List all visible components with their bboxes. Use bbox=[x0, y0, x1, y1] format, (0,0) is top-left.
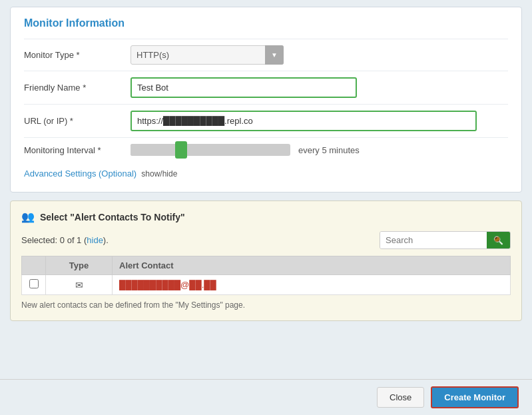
row-contact-cell: ██████████@██.██ bbox=[113, 275, 511, 295]
monitoring-interval-row: Monitoring Interval * every 5 minutes bbox=[24, 137, 508, 162]
email-icon: ✉ bbox=[75, 280, 83, 290]
monitor-type-label: Monitor Type * bbox=[24, 50, 131, 60]
monitor-type-select[interactable]: HTTP(s) HTTPS Ping Port Keyword bbox=[131, 45, 284, 65]
people-icon: 👥 bbox=[21, 210, 35, 223]
search-box bbox=[380, 231, 511, 249]
friendly-name-input[interactable] bbox=[131, 77, 357, 98]
col-header-checkbox bbox=[22, 256, 46, 275]
table-row: ✉ ██████████@██.██ bbox=[22, 275, 511, 295]
url-row: URL (or IP) * bbox=[24, 104, 508, 137]
note-text: New alert contacts can be defined from t… bbox=[21, 300, 511, 310]
alert-card-header: 👥 Select "Alert Contacts To Notify" bbox=[21, 210, 511, 223]
row-type-cell: ✉ bbox=[46, 275, 113, 295]
contacts-table-body: ✉ ██████████@██.██ bbox=[22, 275, 511, 295]
monitor-info-card: Monitor Information Monitor Type * HTTP(… bbox=[10, 7, 522, 193]
interval-label: every 5 minutes bbox=[298, 145, 360, 155]
contacts-table-header-row: Type Alert Contact bbox=[22, 256, 511, 275]
selected-info: Selected: 0 of 1 (hide). bbox=[21, 235, 109, 245]
friendly-name-label: Friendly Name * bbox=[24, 83, 131, 93]
alert-contacts-card: 👥 Select "Alert Contacts To Notify" Sele… bbox=[10, 201, 522, 321]
contacts-table-head: Type Alert Contact bbox=[22, 256, 511, 275]
slider-container: every 5 minutes bbox=[131, 144, 508, 156]
contacts-table: Type Alert Contact ✉ ██████████@██.██ bbox=[21, 256, 511, 295]
row-checkbox-cell bbox=[22, 275, 46, 295]
url-label: URL (or IP) * bbox=[24, 116, 131, 126]
alert-controls: Selected: 0 of 1 (hide). bbox=[21, 231, 511, 249]
advanced-settings-row: Advanced Settings (Optional) show/hide bbox=[24, 169, 508, 179]
hide-link[interactable]: hide bbox=[87, 235, 103, 245]
monitor-info-title: Monitor Information bbox=[24, 17, 508, 29]
search-button[interactable] bbox=[487, 232, 510, 248]
url-input[interactable] bbox=[131, 111, 477, 131]
alert-card-title: Select "Alert Contacts To Notify" bbox=[40, 212, 185, 222]
search-input[interactable] bbox=[380, 232, 487, 248]
url-control bbox=[131, 111, 508, 131]
contact-checkbox[interactable] bbox=[29, 279, 39, 288]
advanced-settings-link[interactable]: Advanced Settings (Optional) bbox=[24, 169, 136, 179]
contact-name: ██████████@██.██ bbox=[119, 280, 216, 290]
slider-thumb[interactable] bbox=[175, 141, 187, 159]
monitor-type-row: Monitor Type * HTTP(s) HTTPS Ping Port K… bbox=[24, 39, 508, 71]
monitor-type-select-wrapper[interactable]: HTTP(s) HTTPS Ping Port Keyword bbox=[131, 45, 284, 65]
col-header-type: Type bbox=[46, 256, 113, 275]
slider-fill bbox=[131, 144, 178, 156]
monitoring-interval-label: Monitoring Interval * bbox=[24, 145, 131, 155]
monitoring-interval-control: every 5 minutes bbox=[131, 144, 508, 156]
col-header-alert-contact: Alert Contact bbox=[113, 256, 511, 275]
slider-track[interactable] bbox=[131, 144, 290, 156]
advanced-settings-toggle[interactable]: show/hide bbox=[141, 169, 177, 179]
monitor-type-control: HTTP(s) HTTPS Ping Port Keyword bbox=[131, 45, 508, 65]
footer: Close Create Monitor bbox=[0, 379, 532, 415]
create-monitor-button[interactable]: Create Monitor bbox=[431, 386, 519, 408]
friendly-name-control bbox=[131, 77, 508, 98]
friendly-name-row: Friendly Name * bbox=[24, 71, 508, 104]
close-button[interactable]: Close bbox=[377, 387, 424, 408]
